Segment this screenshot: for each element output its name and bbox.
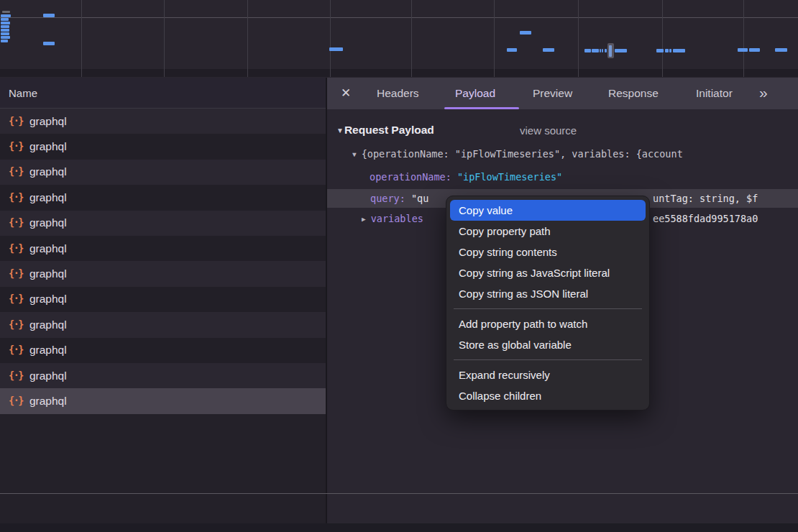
json-braces-icon: {·} xyxy=(9,191,23,203)
context-menu: Copy valueCopy property pathCopy string … xyxy=(446,196,650,411)
request-waterfall-bar xyxy=(605,49,607,52)
menu-item-store-as-global-variable[interactable]: Store as global variable xyxy=(450,334,646,355)
menu-item-copy-value[interactable]: Copy value xyxy=(450,200,646,221)
view-source-link[interactable]: view source xyxy=(520,124,577,137)
collapsed-triangle-icon[interactable]: ▶ xyxy=(362,215,366,223)
request-row-graphql[interactable]: {·}graphql xyxy=(0,261,326,286)
property-value: "qu xyxy=(411,193,428,204)
request-row-graphql[interactable]: {·}graphql xyxy=(0,236,326,261)
tree-query-row-clipped-tail: untTag: string, $f xyxy=(653,190,758,207)
devtools-window: Name {·}graphql{·}graphql{·}graphql{·}gr… xyxy=(0,0,798,532)
request-waterfall-bar xyxy=(520,31,531,35)
request-name-label: graphql xyxy=(29,115,67,128)
request-waterfall-bar xyxy=(602,49,603,52)
name-column-header[interactable]: Name xyxy=(0,78,326,109)
timeline-gridline xyxy=(578,0,579,77)
request-waterfall-bar xyxy=(543,48,554,52)
property-value: "ipFlowTimeseries" xyxy=(457,171,562,183)
timeline-gridline xyxy=(494,0,495,77)
timeline-gridline xyxy=(411,0,412,77)
request-waterfall-bar xyxy=(584,49,591,52)
timeline-horizontal-gridline xyxy=(0,17,798,18)
menu-item-add-property-path-to-watch[interactable]: Add property path to watch xyxy=(450,313,646,334)
menu-item-copy-string-as-javascript-literal[interactable]: Copy string as JavaScript literal xyxy=(450,262,646,283)
request-name-label: graphql xyxy=(29,216,67,229)
json-braces-icon: {·} xyxy=(9,370,23,381)
request-waterfall-bar xyxy=(1,40,8,42)
menu-item-collapse-children[interactable]: Collapse children xyxy=(450,385,646,406)
more-tabs-icon[interactable]: » xyxy=(759,78,766,109)
request-name-label: graphql xyxy=(29,165,67,178)
request-row-graphql[interactable]: {·}graphql xyxy=(0,160,326,185)
tree-variables-row-clipped-tail: ee5588fdad995178a0 xyxy=(653,210,758,227)
request-row-graphql[interactable]: {·}graphql xyxy=(0,211,326,236)
tab-preview[interactable]: Preview xyxy=(533,78,572,109)
menu-item-copy-string-as-json-literal[interactable]: Copy string as JSON literal xyxy=(450,283,646,304)
request-waterfall-bar xyxy=(738,48,748,52)
request-name-label: graphql xyxy=(29,140,67,153)
request-waterfall-bar xyxy=(665,49,669,52)
property-key: query: xyxy=(370,193,411,204)
json-braces-icon: {·} xyxy=(9,267,23,279)
property-key: variables xyxy=(371,213,423,224)
json-braces-icon: {·} xyxy=(9,293,23,304)
json-braces-icon: {·} xyxy=(9,140,23,152)
tree-root-row[interactable]: ▼{operationName: "ipFlowTimeseries", var… xyxy=(352,145,683,162)
request-row-graphql[interactable]: {·}graphql xyxy=(0,312,326,337)
request-waterfall-bar xyxy=(669,49,671,52)
timeline-gridline xyxy=(164,0,165,77)
request-name-label: graphql xyxy=(29,318,67,331)
close-icon[interactable]: ✕ xyxy=(341,78,351,109)
json-braces-icon: {·} xyxy=(9,115,23,127)
request-name-label: graphql xyxy=(29,395,67,408)
property-key: operationName: xyxy=(370,171,457,183)
timeline-bottom-band xyxy=(0,69,798,77)
request-waterfall-bar xyxy=(1,22,10,24)
menu-item-expand-recursively[interactable]: Expand recursively xyxy=(450,364,646,385)
tab-response[interactable]: Response xyxy=(608,78,659,109)
json-braces-icon: {·} xyxy=(9,318,23,330)
expanded-triangle-icon[interactable]: ▼ xyxy=(352,150,357,158)
menu-separator xyxy=(454,359,642,360)
request-waterfall-bar xyxy=(329,47,343,51)
tree-query-row[interactable]: query: "qu xyxy=(370,190,428,207)
request-list-panel: Name {·}graphql{·}graphql{·}graphql{·}gr… xyxy=(0,78,326,532)
tree-operationname-row[interactable]: operationName: "ipFlowTimeseries" xyxy=(370,168,562,185)
request-row-graphql[interactable]: {·}graphql xyxy=(0,363,326,388)
timeline-gridline xyxy=(247,0,248,77)
tab-initiator[interactable]: Initiator xyxy=(696,78,733,109)
request-name-label: graphql xyxy=(29,293,67,306)
timeline-gridline xyxy=(330,0,331,77)
request-row-graphql[interactable]: {·}graphql xyxy=(0,338,326,363)
request-row-graphql[interactable]: {·}graphql xyxy=(0,287,326,312)
request-row-graphql[interactable]: {·}graphql xyxy=(0,388,326,413)
request-row-graphql[interactable]: {·}graphql xyxy=(0,185,326,210)
request-waterfall-bar xyxy=(1,32,9,35)
menu-item-copy-string-contents[interactable]: Copy string contents xyxy=(450,242,646,262)
menu-item-copy-property-path[interactable]: Copy property path xyxy=(450,221,646,242)
request-row-graphql[interactable]: {·}graphql xyxy=(0,134,326,159)
request-payload-section[interactable]: ▼Request Payload view source xyxy=(336,124,434,137)
tree-variables-row[interactable]: ▶variables xyxy=(362,210,423,227)
request-row-graphql[interactable]: {·}graphql xyxy=(0,109,326,134)
footer-divider xyxy=(0,493,798,494)
request-waterfall-bar xyxy=(1,36,10,39)
request-waterfall-bar xyxy=(749,48,760,52)
request-waterfall-bar xyxy=(1,29,9,32)
network-overview-timeline[interactable] xyxy=(0,0,798,77)
json-braces-icon: {·} xyxy=(9,395,23,406)
timeline-gridline xyxy=(662,0,663,77)
json-braces-icon: {·} xyxy=(9,344,23,355)
request-name-label: graphql xyxy=(29,267,67,280)
request-name-label: graphql xyxy=(29,344,67,357)
request-rows: {·}graphql{·}graphql{·}graphql{·}graphql… xyxy=(0,109,326,414)
tab-headers[interactable]: Headers xyxy=(377,78,419,109)
section-expander-icon[interactable]: ▼ xyxy=(336,127,344,134)
request-waterfall-bar xyxy=(43,42,55,45)
request-waterfall-bar xyxy=(1,25,9,28)
request-waterfall-bar xyxy=(615,49,627,52)
section-title: Request Payload xyxy=(344,124,434,136)
active-tab-underline xyxy=(444,107,519,109)
request-waterfall-bar xyxy=(1,14,11,17)
tab-payload[interactable]: Payload xyxy=(455,78,495,109)
